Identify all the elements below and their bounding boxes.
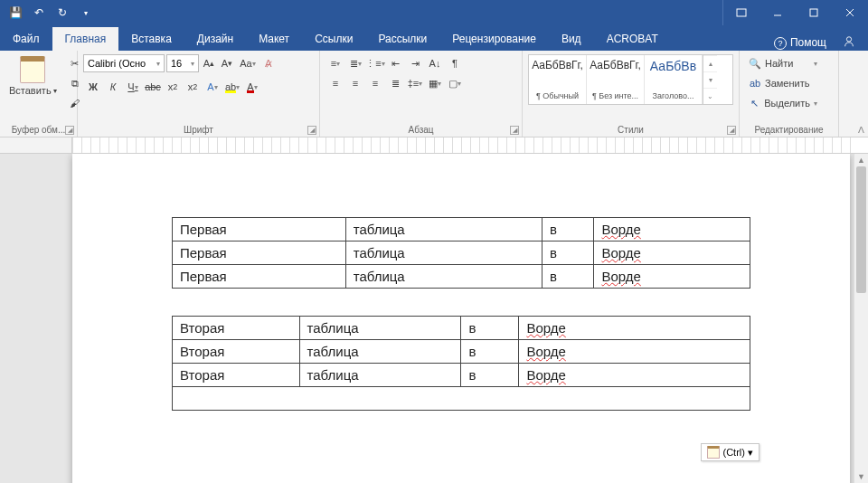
cell[interactable]: Ворде <box>594 265 750 289</box>
increase-indent-button[interactable]: ⇥ <box>405 54 425 72</box>
clear-formatting-button[interactable]: A̷ <box>260 54 277 72</box>
cell[interactable] <box>173 387 750 411</box>
align-right-button[interactable]: ≡ <box>365 74 385 92</box>
cell[interactable]: Ворде <box>594 218 750 242</box>
styles-launcher-icon[interactable]: ◢ <box>727 126 736 135</box>
font-name-combo[interactable]: Calibri (Осно▾ <box>83 54 165 72</box>
table-2[interactable]: Вторая таблица в Ворде Вторая таблица в … <box>172 316 750 411</box>
tab-design[interactable]: Дизайн <box>184 27 246 51</box>
strikethrough-button[interactable]: abc <box>143 78 163 96</box>
paste-options-button[interactable]: (Ctrl) ▾ <box>701 443 760 461</box>
justify-button[interactable]: ≣ <box>385 74 405 92</box>
tab-acrobat[interactable]: ACROBAT <box>594 27 671 51</box>
align-center-button[interactable]: ≡ <box>345 74 365 92</box>
close-button[interactable] <box>832 0 868 25</box>
cell[interactable]: таблица <box>299 364 461 387</box>
maximize-button[interactable] <box>796 0 832 25</box>
italic-button[interactable]: К <box>103 78 123 96</box>
grow-font-button[interactable]: A▴ <box>201 54 217 72</box>
cell[interactable]: таблица <box>345 218 542 242</box>
tab-insert[interactable]: Вставка <box>118 27 184 51</box>
cell[interactable]: таблица <box>345 265 542 289</box>
cell[interactable]: в <box>461 317 519 340</box>
style-no-spacing[interactable]: АаБбВвГг,¶ Без инте... <box>587 55 645 104</box>
bold-button[interactable]: Ж <box>83 78 103 96</box>
bullets-button[interactable]: ≡▾ <box>326 54 345 72</box>
cell[interactable]: в <box>542 218 594 242</box>
table-row[interactable]: Первая таблица в Ворде <box>173 242 750 265</box>
font-size-combo[interactable]: 16▾ <box>166 54 199 72</box>
table-1[interactable]: Первая таблица в Ворде Первая таблица в … <box>172 217 750 289</box>
ribbon-display-options-icon[interactable] <box>723 0 760 25</box>
table-row[interactable]: Первая таблица в Ворде <box>173 218 750 242</box>
ruler[interactable] <box>0 137 868 154</box>
scroll-down-icon[interactable]: ▼ <box>854 470 868 483</box>
document-content[interactable]: Первая таблица в Ворде Первая таблица в … <box>72 154 850 429</box>
style-gallery-more[interactable]: ▴▾⌄ <box>703 55 717 104</box>
subscript-button[interactable]: x2 <box>163 78 183 96</box>
save-icon[interactable]: 💾 <box>9 6 22 19</box>
shading-button[interactable]: ▦▾ <box>425 74 445 92</box>
table-row[interactable]: Первая таблица в Ворде <box>173 265 750 289</box>
replace-button[interactable]: abЗаменить <box>745 74 821 92</box>
vertical-scrollbar[interactable]: ▲ ▼ <box>854 154 868 483</box>
cell[interactable]: таблица <box>345 242 542 265</box>
tell-me-button[interactable]: ?Помощ <box>774 36 826 50</box>
table-row[interactable]: Вторая таблица в Ворде <box>173 317 750 340</box>
tab-home[interactable]: Главная <box>52 27 119 51</box>
font-color-button[interactable]: A▾ <box>242 78 262 96</box>
change-case-button[interactable]: Aa▾ <box>237 54 259 72</box>
cell[interactable]: таблица <box>299 340 461 364</box>
style-normal[interactable]: АаБбВвГг,¶ Обычный <box>529 55 587 104</box>
shrink-font-button[interactable]: A▾ <box>219 54 235 72</box>
table-row[interactable]: Вторая таблица в Ворде <box>173 364 750 387</box>
cell[interactable]: Первая <box>173 218 346 242</box>
share-button[interactable] <box>843 35 855 51</box>
cell[interactable]: в <box>542 265 594 289</box>
cell[interactable]: Первая <box>173 265 346 289</box>
multilevel-list-button[interactable]: ⋮≡▾ <box>365 54 385 72</box>
borders-button[interactable]: ▢▾ <box>445 74 465 92</box>
underline-button[interactable]: Ч▾ <box>123 78 143 96</box>
cell[interactable]: Ворде <box>519 317 750 340</box>
table-row[interactable] <box>173 387 750 411</box>
cell[interactable]: Вторая <box>173 317 300 340</box>
cell[interactable]: Первая <box>173 242 346 265</box>
font-launcher-icon[interactable]: ◢ <box>307 126 316 135</box>
collapse-ribbon-icon[interactable]: ᐱ <box>858 125 864 135</box>
style-heading1[interactable]: АаБбВвЗаголово... <box>645 55 703 104</box>
minimize-button[interactable] <box>760 0 796 25</box>
show-marks-button[interactable]: ¶ <box>445 54 465 72</box>
cell[interactable]: Ворде <box>594 242 750 265</box>
undo-icon[interactable]: ↶ <box>33 6 45 19</box>
tab-view[interactable]: Вид <box>549 27 594 51</box>
superscript-button[interactable]: x2 <box>183 78 203 96</box>
scroll-up-icon[interactable]: ▲ <box>854 154 868 166</box>
cell[interactable]: в <box>461 364 519 387</box>
cell[interactable]: в <box>542 242 594 265</box>
tab-review[interactable]: Рецензирование <box>439 27 549 51</box>
table-row[interactable]: Вторая таблица в Ворде <box>173 340 750 364</box>
paragraph-launcher-icon[interactable]: ◢ <box>510 126 519 135</box>
cell[interactable]: таблица <box>299 317 461 340</box>
redo-icon[interactable]: ↻ <box>56 6 69 19</box>
tab-layout[interactable]: Макет <box>246 27 302 51</box>
tab-mailings[interactable]: Рассылки <box>365 27 439 51</box>
sort-button[interactable]: A↓ <box>425 54 445 72</box>
scroll-thumb[interactable] <box>856 166 866 293</box>
paste-button[interactable]: Вставить▾ <box>5 54 61 98</box>
find-button[interactable]: 🔍Найти▾ <box>745 54 821 72</box>
cell[interactable]: в <box>461 340 519 364</box>
cell[interactable]: Вторая <box>173 340 300 364</box>
cell[interactable]: Ворде <box>519 364 750 387</box>
align-left-button[interactable]: ≡ <box>326 74 345 92</box>
select-button[interactable]: ↖Выделить▾ <box>745 94 821 112</box>
clipboard-launcher-icon[interactable]: ◢ <box>65 126 74 135</box>
decrease-indent-button[interactable]: ⇤ <box>385 54 405 72</box>
qat-customize-icon[interactable]: ▾ <box>80 6 92 19</box>
text-effects-button[interactable]: A▾ <box>203 78 222 96</box>
tab-references[interactable]: Ссылки <box>302 27 365 51</box>
page[interactable]: Первая таблица в Ворде Первая таблица в … <box>72 154 850 483</box>
highlight-button[interactable]: ab▾ <box>222 78 242 96</box>
cell[interactable]: Ворде <box>519 340 750 364</box>
